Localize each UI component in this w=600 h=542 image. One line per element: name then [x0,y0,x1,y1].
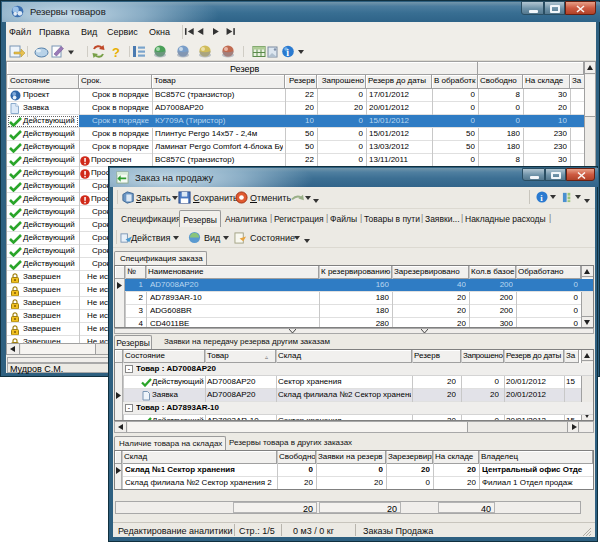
svg-text:i: i [286,47,289,58]
svg-text:?: ? [112,45,120,60]
